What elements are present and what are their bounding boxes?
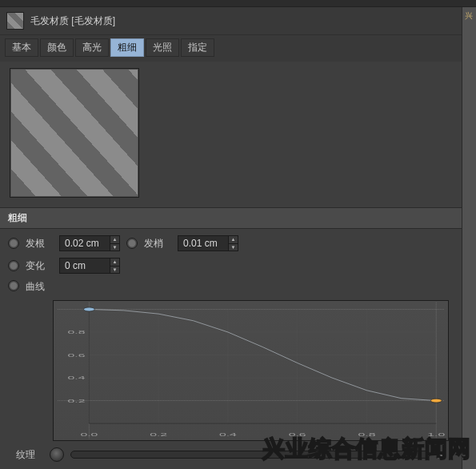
texture-dropdown-icon[interactable]: ▶ — [436, 451, 446, 459]
label-variation: 变化 — [26, 259, 53, 273]
material-header: 毛发材质 [毛发材质] — [0, 7, 462, 35]
curve-svg[interactable]: 0.00.20.40.60.81.00.20.40.60.8 — [54, 301, 448, 440]
spinner-variation[interactable]: ▲▼ — [110, 259, 119, 273]
spinner-down-icon: ▼ — [229, 244, 238, 251]
svg-text:0.6: 0.6 — [68, 352, 86, 358]
radio-tip[interactable] — [126, 238, 138, 249]
svg-text:0.8: 0.8 — [358, 432, 375, 438]
label-curve: 曲线 — [26, 280, 53, 294]
tab-thickness[interactable]: 粗细 — [110, 38, 144, 57]
input-root-value[interactable]: 0.02 cm — [60, 236, 110, 251]
right-dock-strip[interactable]: 兴 — [462, 7, 476, 469]
svg-text:0.4: 0.4 — [219, 432, 237, 438]
label-root: 发根 — [26, 237, 53, 251]
radio-variation[interactable] — [8, 260, 19, 271]
svg-text:0.4: 0.4 — [68, 375, 86, 381]
svg-text:1.0: 1.0 — [427, 432, 445, 438]
input-variation-value[interactable]: 0 cm — [60, 259, 110, 273]
top-icon — [449, 0, 460, 6]
texture-slot-icon[interactable] — [50, 447, 64, 462]
thickness-params: 发根 0.02 cm ▲▼ 发梢 0.01 cm ▲▼ 变化 0 cm ▲▼ 曲… — [0, 229, 462, 468]
tab-specular[interactable]: 高光 — [75, 38, 109, 57]
row-variation: 变化 0 cm ▲▼ — [8, 258, 454, 274]
svg-text:0.8: 0.8 — [68, 330, 86, 335]
input-tip-value[interactable]: 0.01 cm — [178, 236, 228, 251]
dock-tab[interactable]: 兴 — [462, 7, 476, 25]
material-editor: 毛发材质 [毛发材质] 基本 颜色 高光 粗细 光照 指定 粗细 发根 0.02… — [0, 7, 462, 469]
spinner-up-icon: ▲ — [110, 259, 119, 267]
svg-text:0.2: 0.2 — [68, 398, 86, 403]
spinner-tip[interactable]: ▲▼ — [228, 236, 238, 251]
row-root-tip: 发根 0.02 cm ▲▼ 发梢 0.01 cm ▲▼ — [8, 235, 454, 251]
label-texture: 纹理 — [16, 448, 43, 462]
tab-color[interactable]: 颜色 — [40, 38, 74, 57]
spinner-down-icon: ▼ — [110, 244, 119, 251]
window-top-bar — [0, 0, 476, 7]
preview-area — [0, 62, 462, 207]
material-swatch-icon[interactable] — [6, 12, 24, 30]
row-curve: 曲线 — [8, 280, 454, 294]
svg-point-28 — [83, 307, 94, 311]
curve-editor[interactable]: 0.00.20.40.60.81.00.20.40.60.8 — [53, 300, 449, 441]
label-tip: 发梢 — [144, 237, 171, 251]
input-root[interactable]: 0.02 cm ▲▼ — [59, 235, 120, 251]
input-tip[interactable]: 0.01 cm ▲▼ — [178, 235, 238, 251]
svg-text:0.6: 0.6 — [289, 432, 306, 438]
svg-text:0.2: 0.2 — [150, 432, 167, 438]
tab-basic[interactable]: 基本 — [5, 38, 38, 57]
material-preview[interactable] — [10, 68, 139, 198]
spinner-up-icon: ▲ — [229, 236, 238, 244]
spinner-up-icon: ▲ — [110, 236, 119, 244]
svg-point-29 — [430, 399, 442, 403]
spinner-root[interactable]: ▲▼ — [110, 236, 119, 251]
material-title: 毛发材质 [毛发材质] — [30, 14, 115, 28]
tab-assign[interactable]: 指定 — [181, 38, 214, 57]
radio-curve[interactable] — [8, 280, 19, 291]
section-title-thickness: 粗细 — [0, 207, 462, 229]
input-variation[interactable]: 0 cm ▲▼ — [59, 258, 120, 274]
texture-bar[interactable] — [70, 451, 430, 459]
radio-root[interactable] — [8, 238, 19, 249]
spinner-down-icon: ▼ — [110, 267, 119, 274]
svg-text:0.0: 0.0 — [80, 432, 98, 438]
row-texture: 纹理 ▶ — [8, 441, 454, 462]
tab-lighting[interactable]: 光照 — [146, 38, 179, 57]
channel-tabs: 基本 颜色 高光 粗细 光照 指定 — [0, 35, 462, 62]
